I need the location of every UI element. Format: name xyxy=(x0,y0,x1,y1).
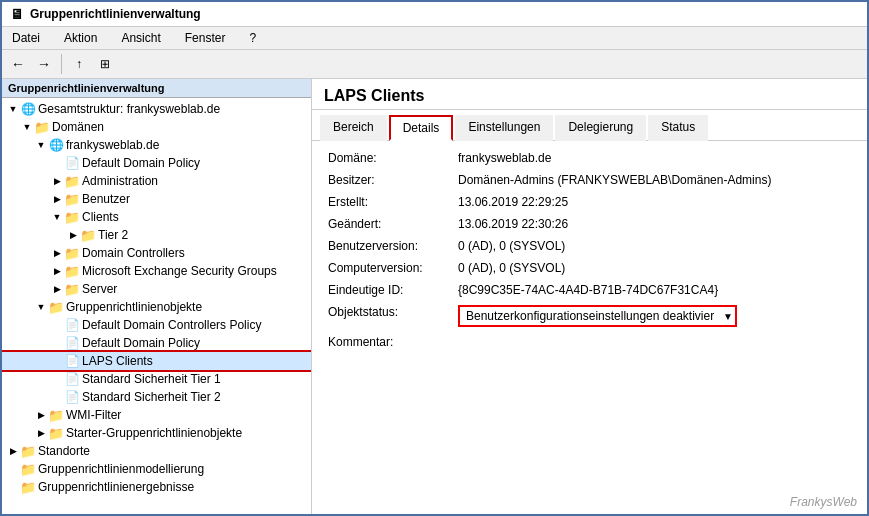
tree-default-domain-policy[interactable]: ▶ 📄 Default Domain Policy xyxy=(2,154,311,172)
tree-ergebnisse[interactable]: ▶ 📁 Gruppenrichtlinienergebnisse xyxy=(2,478,311,496)
icon-folder-starter: 📁 xyxy=(48,425,64,441)
value-computerversion: 0 (AD), 0 (SYSVOL) xyxy=(458,261,565,275)
label-gpo-objects: Gruppenrichtlinienobjekte xyxy=(66,300,202,314)
tab-bereich[interactable]: Bereich xyxy=(320,115,387,141)
icon-gpo-ddp: 📄 xyxy=(64,155,80,171)
forward-button[interactable]: → xyxy=(32,52,56,76)
label-besitzer: Besitzer: xyxy=(328,173,458,187)
row-geaendert: Geändert: 13.06.2019 22:30:26 xyxy=(328,217,851,231)
icon-folder-clients: 📁 xyxy=(64,209,80,225)
tab-delegierung[interactable]: Delegierung xyxy=(555,115,646,141)
expander-standorte[interactable]: ▶ xyxy=(6,444,20,458)
value-erstellt: 13.06.2019 22:29:25 xyxy=(458,195,568,209)
icon-gpo-laps: 📄 xyxy=(64,353,80,369)
window-title: Gruppenrichtlinienverwaltung xyxy=(30,7,201,21)
icon-gpo-sst1: 📄 xyxy=(64,371,80,387)
tree-dc[interactable]: ▶ 📁 Domain Controllers xyxy=(2,244,311,262)
menu-datei[interactable]: Datei xyxy=(6,29,46,47)
label-benutzer: Benutzer xyxy=(82,192,130,206)
label-modellierung: Gruppenrichtlinienmodellierung xyxy=(38,462,204,476)
icon-folder-wmi: 📁 xyxy=(48,407,64,423)
tree-gpo-objects[interactable]: ▼ 📁 Gruppenrichtlinienobjekte xyxy=(2,298,311,316)
expander-gpo-objects[interactable]: ▼ xyxy=(34,300,48,314)
label-admin: Administration xyxy=(82,174,158,188)
app-icon: 🖥 xyxy=(10,6,24,22)
label-ddp2: Default Domain Policy xyxy=(82,336,200,350)
expander-tier2[interactable]: ▶ xyxy=(66,228,80,242)
tree-starter[interactable]: ▶ 📁 Starter-Gruppenrichtlinienobjekte xyxy=(2,424,311,442)
icon-folder-server: 📁 xyxy=(64,281,80,297)
tree-clients[interactable]: ▼ 📁 Clients xyxy=(2,208,311,226)
label-sst2: Standard Sicherheit Tier 2 xyxy=(82,390,221,404)
expander-clients[interactable]: ▼ xyxy=(50,210,64,224)
menu-bar: Datei Aktion Ansicht Fenster ? xyxy=(2,27,867,50)
show-button[interactable]: ⊞ xyxy=(93,52,117,76)
tab-status[interactable]: Status xyxy=(648,115,708,141)
icon-gpo-sst2: 📄 xyxy=(64,389,80,405)
icon-folder-benutzer: 📁 xyxy=(64,191,80,207)
tab-details[interactable]: Details xyxy=(389,115,454,141)
row-benutzerversion: Benutzerversion: 0 (AD), 0 (SYSVOL) xyxy=(328,239,851,253)
tree-ddcp[interactable]: ▶ 📄 Default Domain Controllers Policy xyxy=(2,316,311,334)
row-erstellt: Erstellt: 13.06.2019 22:29:25 xyxy=(328,195,851,209)
expander-domaenen[interactable]: ▼ xyxy=(20,120,34,134)
tree-administration[interactable]: ▶ 📁 Administration xyxy=(2,172,311,190)
tree-domain-frankys[interactable]: ▼ 🌐 frankysweblab.de xyxy=(2,136,311,154)
tree-tier2[interactable]: ▶ 📁 Tier 2 xyxy=(2,226,311,244)
tree-laps-clients[interactable]: ▶ 📄 LAPS Clients xyxy=(2,352,311,370)
tree-server[interactable]: ▶ 📁 Server xyxy=(2,280,311,298)
tree-domaenen[interactable]: ▼ 📁 Domänen xyxy=(2,118,311,136)
icon-folder-admin: 📁 xyxy=(64,173,80,189)
label-server: Server xyxy=(82,282,117,296)
label-ergebnisse: Gruppenrichtlinienergebnisse xyxy=(38,480,194,494)
menu-fenster[interactable]: Fenster xyxy=(179,29,232,47)
tree-panel: Gruppenrichtlinienverwaltung ▼ 🌐 Gesamts… xyxy=(2,79,312,515)
value-geaendert: 13.06.2019 22:30:26 xyxy=(458,217,568,231)
label-starter: Starter-Gruppenrichtlinienobjekte xyxy=(66,426,242,440)
icon-domain-frankys: 🌐 xyxy=(48,137,64,153)
expander-frankys[interactable]: ▼ xyxy=(34,138,48,152)
tab-einstellungen[interactable]: Einstellungen xyxy=(455,115,553,141)
label-sst1: Standard Sicherheit Tier 1 xyxy=(82,372,221,386)
tree-standorte[interactable]: ▶ 📁 Standorte xyxy=(2,442,311,460)
expander-benutzer[interactable]: ▶ xyxy=(50,192,64,206)
tree-wmi[interactable]: ▶ 📁 WMI-Filter xyxy=(2,406,311,424)
expander-exchange[interactable]: ▶ xyxy=(50,264,64,278)
expander-admin[interactable]: ▶ xyxy=(50,174,64,188)
label-benutzerversion: Benutzerversion: xyxy=(328,239,458,253)
tree-ddp2[interactable]: ▶ 📄 Default Domain Policy xyxy=(2,334,311,352)
value-besitzer: Domänen-Admins (FRANKYSWEBLAB\Domänen-Ad… xyxy=(458,173,771,187)
icon-folder-modellierung: 📁 xyxy=(20,461,36,477)
icon-folder-exchange: 📁 xyxy=(64,263,80,279)
label-erstellt: Erstellt: xyxy=(328,195,458,209)
tree-exchange[interactable]: ▶ 📁 Microsoft Exchange Security Groups xyxy=(2,262,311,280)
expander-dc[interactable]: ▶ xyxy=(50,246,64,260)
menu-help[interactable]: ? xyxy=(243,29,262,47)
tree-sst2[interactable]: ▶ 📄 Standard Sicherheit Tier 2 xyxy=(2,388,311,406)
label-exchange: Microsoft Exchange Security Groups xyxy=(82,264,277,278)
detail-panel: LAPS Clients Bereich Details Einstellung… xyxy=(312,79,867,515)
tree-benutzer[interactable]: ▶ 📁 Benutzer xyxy=(2,190,311,208)
expander-starter[interactable]: ▶ xyxy=(34,426,48,440)
tree-modellierung[interactable]: ▶ 📁 Gruppenrichtlinienmodellierung xyxy=(2,460,311,478)
back-button[interactable]: ← xyxy=(6,52,30,76)
label-domain: Domäne: xyxy=(328,151,458,165)
label-standorte: Standorte xyxy=(38,444,90,458)
expander-wmi[interactable]: ▶ xyxy=(34,408,48,422)
tree-content: ▼ 🌐 Gesamtstruktur: frankysweblab.de ▼ 📁… xyxy=(2,98,311,498)
row-domain: Domäne: frankysweblab.de xyxy=(328,151,851,165)
objektstatus-select[interactable]: Benutzerkonfigurationseinstellungen deak… xyxy=(458,305,737,327)
up-button[interactable]: ↑ xyxy=(67,52,91,76)
tree-root[interactable]: ▼ 🌐 Gesamtstruktur: frankysweblab.de xyxy=(2,100,311,118)
label-root: Gesamtstruktur: frankysweblab.de xyxy=(38,102,220,116)
expander-server[interactable]: ▶ xyxy=(50,282,64,296)
toolbar-separator xyxy=(61,54,62,74)
label-kommentar: Kommentar: xyxy=(328,335,458,349)
icon-folder-domaenen: 📁 xyxy=(34,119,50,135)
tree-sst1[interactable]: ▶ 📄 Standard Sicherheit Tier 1 xyxy=(2,370,311,388)
expander-root[interactable]: ▼ xyxy=(6,102,20,116)
objektstatus-dropdown-wrapper: Benutzerkonfigurationseinstellungen deak… xyxy=(458,305,737,327)
icon-gpo-ddp2: 📄 xyxy=(64,335,80,351)
menu-ansicht[interactable]: Ansicht xyxy=(115,29,166,47)
menu-aktion[interactable]: Aktion xyxy=(58,29,103,47)
